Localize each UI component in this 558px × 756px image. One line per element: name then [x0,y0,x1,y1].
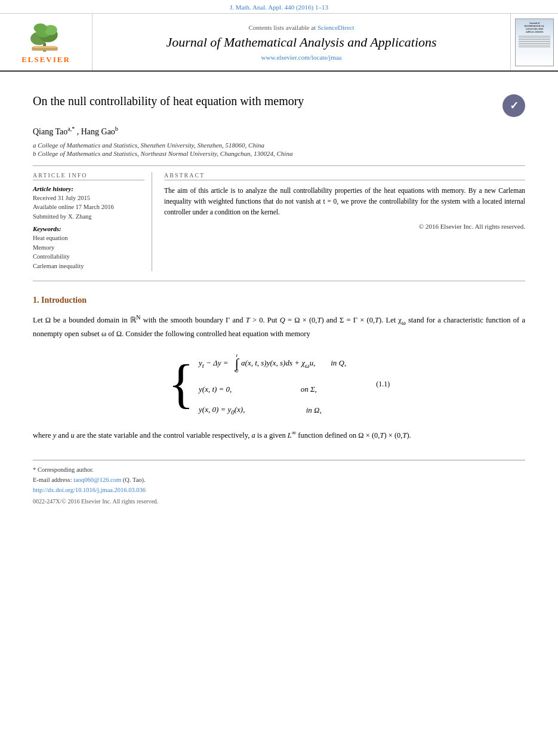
abstract-body: The aim of this article is to analyze th… [164,187,525,216]
corresponding-text: * Corresponding author. [33,466,94,473]
intro-paragraph-1: Let Ω be a bounded domain in ℝN with the… [33,312,525,341]
keywords-title: Keywords: [33,225,144,232]
keywords-list: Heat equation Memory Controllability Car… [33,233,144,271]
section-title-text: Introduction [41,296,87,305]
submitted-by: Submitted by X. Zhang [33,212,144,222]
journal-ref-text: J. Math. Anal. Appl. 440 (2016) 1–13 [230,4,328,11]
affiliation-a: a College of Mathematics and Statistics,… [33,142,525,149]
journal-header: ELSEVIER Contents lists available at Sci… [0,14,558,72]
elsevier-logo-box: ELSEVIER [0,14,93,70]
email-footnote: E-mail address: taoq060@126.com (Q. Tao)… [33,475,525,485]
journal-url[interactable]: www.elsevier.com/locate/jmaa [261,54,342,61]
available-date: Available online 17 March 2016 [33,202,144,212]
equation-1-1: { yt − Δy = t ∫ 0 a(x, t, s)y(x, s)ds + … [33,353,525,416]
email-suffix: (Q. Tao). [123,477,146,483]
crossmark-icon: ✓ [510,99,519,112]
journal-cover-image: Journal ofMATHEMATICALANALYSIS ANDAPPLIC… [515,19,554,66]
email-label: E-mail address: [33,477,72,483]
keyword-1: Heat equation [33,233,144,243]
copyright-notice: © 2016 Elsevier Inc. All rights reserved… [164,223,525,230]
svg-rect-7 [34,46,56,48]
sciencedirect-link[interactable]: ScienceDirect [317,24,354,31]
equation-line-1: yt − Δy = t ∫ 0 a(x, t, s)y(x, s)ds + χω… [199,353,346,374]
article-info-column: ARTICLE INFO Article history: Received 3… [33,172,152,271]
equation-line-3: y(x, 0) = y0(x), in Ω, [199,405,346,416]
eq2-domain: on Σ, [301,385,317,394]
crossmark-badge[interactable]: ✓ [502,94,525,117]
author-and-name: , Hang Gao [77,127,115,136]
equation-number: (1.1) [376,380,390,389]
eq2-lhs: y(x, t) = 0, [199,385,232,394]
journal-cover-box: Journal ofMATHEMATICALANALYSIS ANDAPPLIC… [510,14,558,70]
keyword-4: Carleman inequality [33,262,144,271]
section-number: 1. [33,296,39,305]
email-address[interactable]: taoq060@126.com [73,477,121,483]
footer-copyright: 0022-247X/© 2016 Elsevier Inc. All right… [33,498,525,505]
corresponding-author-note: * Corresponding author. [33,465,525,475]
keyword-3: Controllability [33,252,144,262]
equation-system: { yt − Δy = t ∫ 0 a(x, t, s)y(x, s)ds + … [168,353,346,416]
author-b-sup: b [115,125,118,132]
elsevier-tree-icon [22,20,70,53]
article-title-section: On the null controllability of heat equa… [33,94,525,117]
section-divider [33,281,525,281]
eq3-lhs: y(x, 0) = y0(x), [199,405,245,416]
affiliation-b: b College of Mathematics and Statistics,… [33,150,525,157]
eq1-domain: in Q, [331,358,346,368]
journal-main-title: Journal of Mathematical Analysis and App… [166,35,436,50]
affiliations: a College of Mathematics and Statistics,… [33,142,525,157]
article-history-title: Article history: [33,185,144,192]
author-qiang: Qiang Taoa,* [33,127,77,136]
elsevier-brand-text: ELSEVIER [21,55,70,64]
contents-line: Contents lists available at ScienceDirec… [248,24,354,31]
abstract-column: ABSTRACT The aim of this article is to a… [164,172,525,271]
left-brace-icon: { [168,357,194,411]
paper-content: On the null controllability of heat equa… [0,72,558,523]
equations-list: yt − Δy = t ∫ 0 a(x, t, s)y(x, s)ds + χω… [199,353,346,416]
abstract-header: ABSTRACT [164,172,525,180]
journal-title-box: Contents lists available at ScienceDirec… [93,14,510,70]
eq1-integral: t ∫ 0 a(x, t, s)y(x, s)ds + χωu, [235,353,316,374]
keyword-2: Memory [33,243,144,253]
author-hang: , Hang Gaob [77,127,118,136]
received-date: Received 31 July 2015 [33,193,144,203]
journal-reference-bar: J. Math. Anal. Appl. 440 (2016) 1–13 [0,0,558,14]
article-title: On the null controllability of heat equa… [33,94,502,108]
article-info-header: ARTICLE INFO [33,172,144,180]
author-qiang-name: Qiang Tao [33,127,67,136]
intro-paragraph-2: where y and u are the state variable and… [33,428,525,442]
header-divider [33,165,525,166]
author-a-sup: a,* [67,125,75,132]
eq1-lhs: yt − Δy = [199,358,229,369]
section-1-title: 1. Introduction [33,296,525,305]
authors-line: Qiang Taoa,* , Hang Gaob [33,125,525,137]
footnote-area: * Corresponding author. E-mail address: … [33,460,525,504]
doi-line: http://dx.doi.org/10.1016/j.jmaa.2016.03… [33,485,525,496]
svg-point-5 [34,23,47,33]
equation-line-2: y(x, t) = 0, on Σ, [199,385,346,394]
contents-label: Contents lists available at [248,24,316,31]
two-column-section: ARTICLE INFO Article history: Received 3… [33,172,525,271]
abstract-text: The aim of this article is to analyze th… [164,185,525,218]
doi-link[interactable]: http://dx.doi.org/10.1016/j.jmaa.2016.03… [33,487,146,493]
eq3-domain: in Ω, [306,405,322,415]
